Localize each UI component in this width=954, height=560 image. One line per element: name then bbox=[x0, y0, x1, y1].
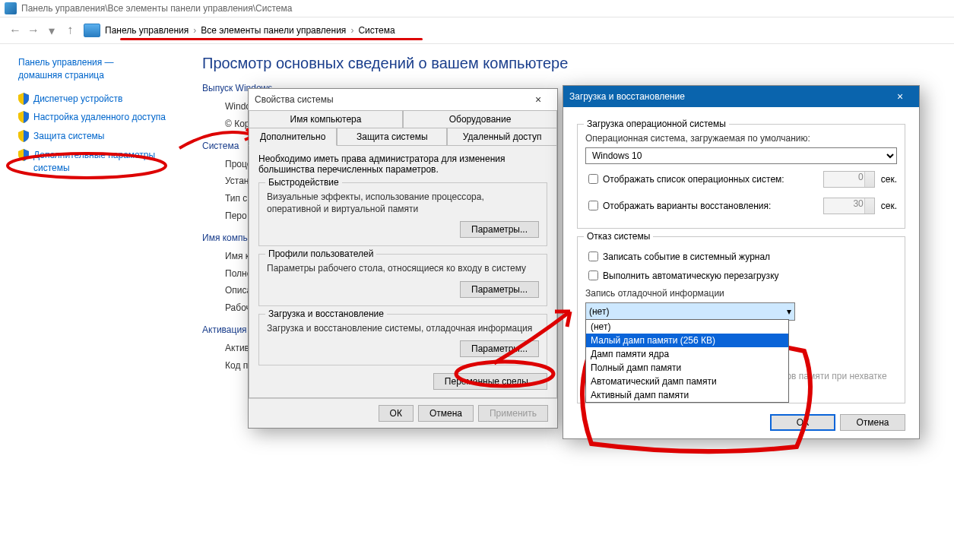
profiles-params-button[interactable]: Параметры... bbox=[460, 281, 539, 298]
startup-recovery-dialog: Загрузка и восстановление × Загрузка опе… bbox=[563, 85, 920, 439]
tab-computer-name[interactable]: Имя компьютера bbox=[249, 110, 403, 128]
sidebar-item-remote[interactable]: Настройка удаленного доступа bbox=[18, 111, 185, 124]
tab-hardware[interactable]: Оборудование bbox=[403, 110, 557, 128]
group-title: Загрузка операционной системы bbox=[584, 119, 729, 129]
breadcrumb-item[interactable]: Все элементы панели управления bbox=[201, 25, 346, 36]
checkbox-input[interactable] bbox=[588, 201, 598, 210]
group-boot: Загрузка операционной системы Операционн… bbox=[577, 124, 905, 229]
sidebar-item-advanced[interactable]: Дополнительные параметры системы bbox=[18, 149, 185, 175]
checkbox-label: Выполнить автоматическую перезагрузку bbox=[603, 271, 779, 281]
group-title: Загрузка и восстановление bbox=[265, 308, 387, 319]
startup-params-button[interactable]: Параметры... bbox=[460, 340, 539, 357]
admin-note: Необходимо иметь права администратора дл… bbox=[258, 153, 547, 175]
dropdown-option[interactable]: Малый дамп памяти (256 КВ) bbox=[586, 334, 788, 347]
up-arrow-icon[interactable]: → bbox=[61, 21, 79, 40]
group-title: Профили пользователей bbox=[265, 248, 376, 259]
window-titlebar: Панель управления\Все элементы панели уп… bbox=[0, 0, 954, 17]
group-title: Отказ системы bbox=[584, 231, 653, 242]
dialog-titlebar[interactable]: Свойства системы × bbox=[249, 89, 557, 110]
show-os-list-checkbox[interactable]: Отображать список операционных систем: bbox=[585, 172, 817, 186]
tab-protection[interactable]: Защита системы bbox=[337, 128, 447, 146]
ok-button[interactable]: ОК bbox=[770, 414, 835, 431]
sidebar-home-link[interactable]: Панель управления — домашняя страница bbox=[18, 56, 185, 82]
dialog-title: Свойства системы bbox=[255, 94, 334, 105]
checkbox-label: Отображать список операционных систем: bbox=[603, 174, 784, 185]
cancel-button[interactable]: Отмена bbox=[418, 405, 474, 422]
dialog-titlebar[interactable]: Загрузка и восстановление × bbox=[563, 86, 919, 107]
cancel-button[interactable]: Отмена bbox=[840, 414, 905, 431]
close-icon[interactable]: × bbox=[525, 91, 551, 108]
system-properties-dialog: Свойства системы × Имя компьютера Оборуд… bbox=[248, 88, 558, 429]
chevron-right-icon: › bbox=[193, 25, 196, 36]
group-profiles: Профили пользователей Параметры рабочего… bbox=[258, 254, 547, 305]
group-text: Параметры рабочего стола, относящиеся ко… bbox=[267, 262, 539, 274]
dialog-footer: ОК Отмена Применить bbox=[249, 398, 557, 428]
sidebar-link-label: Настройка удаленного доступа bbox=[33, 111, 166, 124]
group-title: Быстродействие bbox=[265, 177, 342, 188]
breadcrumb-item[interactable]: Панель управления bbox=[105, 25, 189, 36]
dump-type-dropdown-list[interactable]: (нет) Малый дамп памяти (256 КВ) Дамп па… bbox=[585, 319, 789, 403]
annotation-underline bbox=[120, 38, 423, 40]
dropdown-option[interactable]: Автоматический дамп памяти bbox=[586, 375, 788, 388]
shield-icon bbox=[18, 111, 29, 123]
os-list-seconds-spinner[interactable]: 0 bbox=[823, 171, 875, 188]
shield-icon bbox=[18, 130, 29, 142]
sidebar-link-label: Защита системы bbox=[33, 130, 104, 143]
default-os-select[interactable]: Windows 10 bbox=[585, 147, 897, 164]
sidebar-link-label: Диспетчер устройств bbox=[33, 93, 122, 106]
back-arrow-icon[interactable]: ← bbox=[6, 21, 24, 40]
tab-strip-2: Дополнительно Защита системы Удаленный д… bbox=[249, 128, 557, 146]
checkbox-input[interactable] bbox=[588, 252, 598, 261]
system-icon bbox=[5, 2, 17, 14]
perf-params-button[interactable]: Параметры... bbox=[460, 221, 539, 238]
shield-icon bbox=[18, 93, 29, 105]
dropdown-option[interactable]: Активный дамп памяти bbox=[586, 388, 788, 402]
checkbox-label: Записать событие в системный журнал bbox=[603, 252, 770, 262]
group-startup: Загрузка и восстановление Загрузка и вос… bbox=[258, 314, 547, 365]
show-recovery-checkbox[interactable]: Отображать варианты восстановления: bbox=[585, 198, 817, 213]
select-value: (нет) bbox=[589, 306, 609, 317]
monitor-icon bbox=[84, 24, 100, 37]
ok-button[interactable]: ОК bbox=[379, 405, 414, 422]
apply-button[interactable]: Применить bbox=[478, 405, 548, 422]
group-failure: Отказ системы Записать событие в системн… bbox=[577, 236, 905, 403]
dropdown-option[interactable]: Полный дамп памяти bbox=[586, 361, 788, 375]
dump-type-select[interactable]: (нет) ▾ bbox=[585, 302, 795, 321]
group-text: Загрузка и восстановление системы, отлад… bbox=[267, 322, 539, 334]
sidebar-item-device-manager[interactable]: Диспетчер устройств bbox=[18, 93, 185, 106]
seconds-label: сек. bbox=[881, 174, 897, 185]
sidebar-link-label: Дополнительные параметры системы bbox=[33, 149, 185, 175]
checkbox-input[interactable] bbox=[588, 174, 598, 184]
sidebar-home-line1: Панель управления — bbox=[18, 57, 114, 68]
dropdown-history-icon[interactable]: ▾ bbox=[43, 21, 61, 40]
group-text: Визуальные эффекты, использование процес… bbox=[267, 191, 539, 215]
sidebar: Панель управления — домашняя страница Ди… bbox=[0, 44, 195, 560]
chevron-down-icon: ▾ bbox=[787, 306, 791, 317]
group-performance: Быстродействие Визуальные эффекты, испол… bbox=[258, 182, 547, 246]
checkbox-input[interactable] bbox=[588, 271, 598, 280]
dump-label: Запись отладочной информации bbox=[585, 287, 897, 299]
breadcrumb-item[interactable]: Система bbox=[358, 25, 395, 36]
auto-restart-checkbox[interactable]: Выполнить автоматическую перезагрузку bbox=[585, 268, 897, 283]
shield-icon bbox=[18, 149, 29, 161]
seconds-label: сек. bbox=[881, 201, 897, 211]
checkbox-label: Отображать варианты восстановления: bbox=[603, 201, 771, 211]
default-os-label: Операционная система, загружаемая по умо… bbox=[585, 132, 897, 144]
close-icon[interactable]: × bbox=[887, 88, 913, 105]
dropdown-option[interactable]: (нет) bbox=[586, 320, 788, 334]
forward-arrow-icon[interactable]: → bbox=[24, 21, 43, 40]
page-title: Просмотр основных сведений о вашем компь… bbox=[202, 55, 939, 72]
tab-strip: Имя компьютера Оборудование bbox=[249, 110, 557, 128]
sidebar-item-protection[interactable]: Защита системы bbox=[18, 130, 185, 143]
chevron-right-icon: › bbox=[350, 25, 353, 36]
tab-advanced[interactable]: Дополнительно bbox=[249, 128, 337, 146]
write-event-checkbox[interactable]: Записать событие в системный журнал bbox=[585, 249, 897, 264]
dropdown-option[interactable]: Дамп памяти ядра bbox=[586, 347, 788, 361]
env-vars-button[interactable]: Переменные среды... bbox=[433, 373, 547, 390]
tab-remote[interactable]: Удаленный доступ bbox=[447, 128, 557, 146]
dialog-title: Загрузка и восстановление bbox=[569, 91, 685, 102]
sidebar-home-line2: домашняя страница bbox=[18, 70, 104, 81]
window-title: Панель управления\Все элементы панели уп… bbox=[21, 3, 292, 14]
recovery-seconds-spinner[interactable]: 30 bbox=[823, 198, 875, 214]
